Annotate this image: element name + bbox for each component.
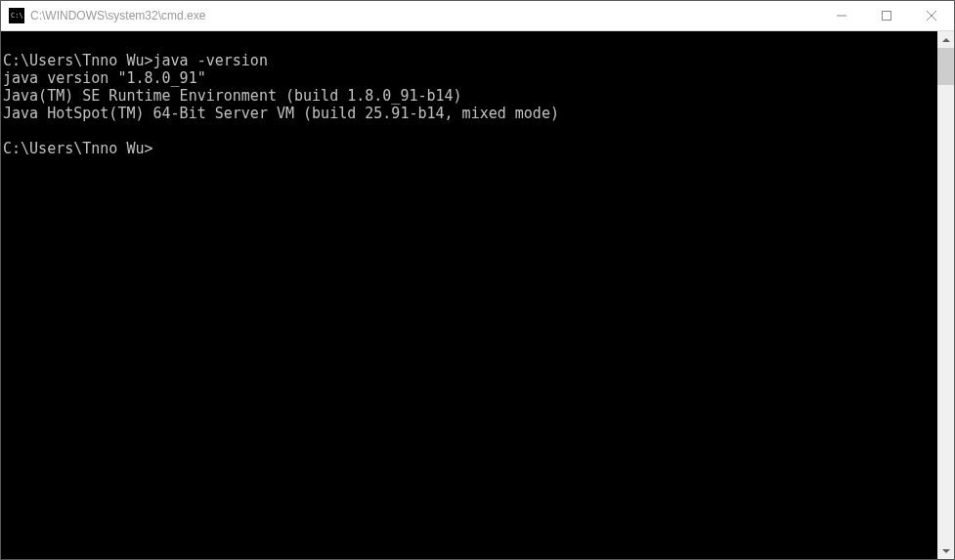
console-line: java version "1.8.0_91"	[3, 69, 206, 87]
window-title: C:\WINDOWS\system32\cmd.exe	[30, 9, 819, 22]
app-icon: C:\	[9, 8, 24, 23]
svg-rect-1	[883, 12, 891, 21]
maximize-icon	[882, 11, 891, 21]
scroll-up-button[interactable]	[937, 31, 954, 48]
minimize-button[interactable]	[819, 1, 864, 30]
minimize-icon	[837, 11, 846, 21]
titlebar[interactable]: C:\ C:\WINDOWS\system32\cmd.exe	[1, 1, 954, 31]
console-line: Java HotSpot(TM) 64-Bit Server VM (build…	[3, 105, 559, 122]
close-button[interactable]	[909, 1, 954, 30]
vertical-scrollbar[interactable]	[937, 31, 954, 559]
svg-marker-5	[942, 549, 950, 553]
scrollbar-thumb[interactable]	[937, 48, 954, 85]
console-output[interactable]: C:\Users\Tnno Wu>java -version java vers…	[1, 31, 937, 559]
cmd-window: C:\ C:\WINDOWS\system32\cmd.exe C:\Users…	[0, 0, 955, 560]
scroll-down-button[interactable]	[937, 542, 954, 559]
app-icon-text: C:\	[11, 13, 23, 20]
close-icon	[927, 11, 936, 21]
chevron-up-icon	[942, 36, 950, 44]
maximize-button[interactable]	[864, 1, 909, 30]
chevron-down-icon	[942, 547, 950, 555]
console-area: C:\Users\Tnno Wu>java -version java vers…	[1, 31, 954, 559]
console-line: Java(TM) SE Runtime Environment (build 1…	[3, 87, 462, 105]
console-line: C:\Users\Tnno Wu>java -version	[3, 52, 268, 69]
svg-marker-4	[942, 38, 950, 42]
window-controls	[819, 1, 954, 30]
console-line: C:\Users\Tnno Wu>	[3, 140, 153, 157]
